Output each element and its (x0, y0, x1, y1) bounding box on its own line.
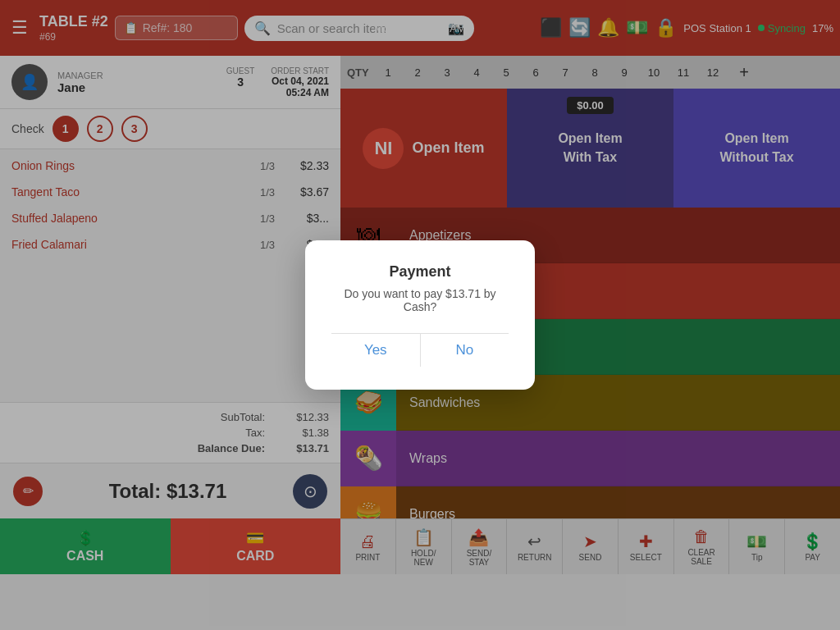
payment-modal: Payment Do you want to pay $13.71 by Cas… (305, 240, 535, 390)
modal-no-button[interactable]: No (421, 333, 509, 367)
modal-yes-button[interactable]: Yes (331, 333, 420, 367)
modal-body: Do you want to pay $13.71 by Cash? (331, 287, 509, 313)
modal-title: Payment (331, 263, 509, 281)
modal-overlay: Payment Do you want to pay $13.71 by Cas… (0, 0, 840, 630)
modal-actions: Yes No (331, 333, 509, 367)
